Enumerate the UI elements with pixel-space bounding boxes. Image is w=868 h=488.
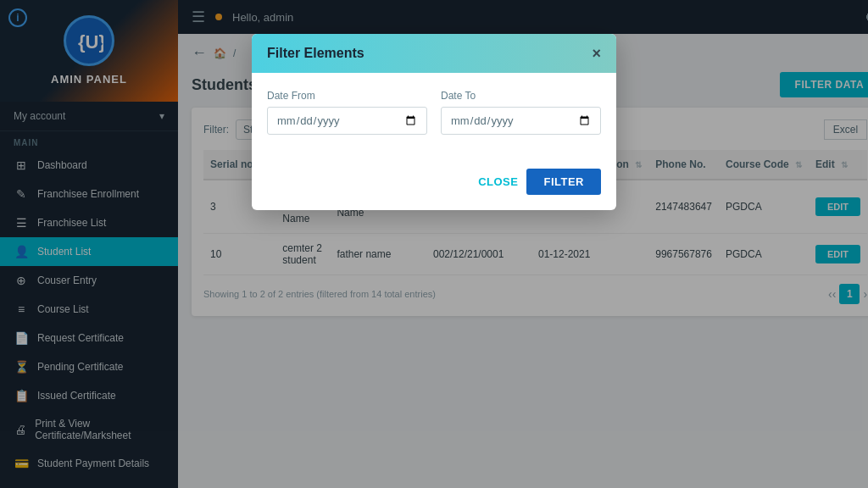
date-to-field: Date To	[441, 90, 601, 135]
date-to-label: Date To	[441, 90, 601, 102]
modal-overlay[interactable]: Filter Elements × Date From Date To CLOS…	[0, 0, 868, 488]
date-from-field: Date From	[267, 90, 427, 135]
date-from-input[interactable]	[267, 107, 427, 135]
modal-close-x-button[interactable]: ×	[592, 46, 601, 61]
modal-close-button[interactable]: CLOSE	[478, 169, 518, 195]
modal-footer: CLOSE FILTER	[252, 160, 616, 210]
date-from-label: Date From	[267, 90, 427, 102]
modal-fields: Date From Date To	[267, 90, 601, 135]
modal-title: Filter Elements	[267, 46, 364, 61]
modal-header: Filter Elements ×	[252, 34, 616, 73]
filter-modal: Filter Elements × Date From Date To CLOS…	[252, 34, 616, 210]
date-to-input[interactable]	[441, 107, 601, 135]
modal-filter-button[interactable]: FILTER	[526, 169, 601, 195]
modal-body: Date From Date To	[252, 73, 616, 160]
